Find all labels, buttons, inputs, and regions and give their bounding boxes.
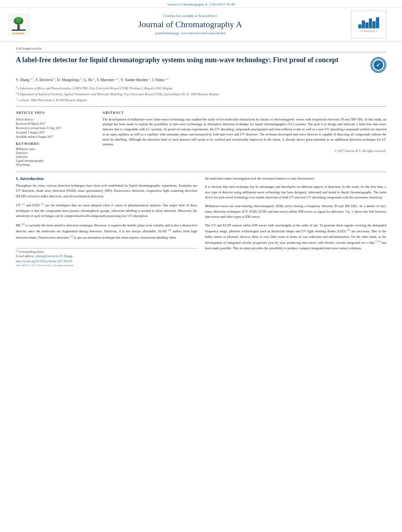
journal-title: Journal of Chromatography A: [30, 19, 351, 30]
sciencedirect-line: Contents lists available at ScienceDirec…: [30, 14, 351, 18]
article-title: A label-free detector for liquid chromat…: [16, 56, 370, 65]
svg-text:ELSEVIER: ELSEVIER: [13, 32, 24, 35]
available-date: Available online 8 August 2017: [16, 135, 95, 139]
body-left-col: 1. Introduction Throughout the years, va…: [16, 176, 197, 268]
keywords: Keywords: Millimeter-wave Detection Labe…: [16, 142, 95, 167]
article-info-col: ARTICLE INFO Article history: Received 2…: [16, 111, 95, 167]
article-type: Full length article: [16, 46, 386, 52]
body-right-p2: It is obvious that each technique has it…: [205, 184, 386, 200]
keyword-4: Liquid chromatography: [16, 159, 95, 163]
page-wrapper: Journal of Chromatography A, 1516 (2017)…: [0, 0, 402, 532]
crossmark-icon: ✓: [370, 57, 386, 73]
footnote-email: E-mail address: yzhang@etrovub.be (Y. Zh…: [16, 254, 197, 258]
keyword-2: Detection: [16, 151, 95, 155]
journal-homepage: journal homepage: www.elsevier.com/locat…: [30, 31, 351, 35]
body-content: 1. Introduction Throughout the years, va…: [16, 172, 386, 268]
abstract-title: ABSTRACT: [102, 111, 386, 115]
journal-thumbnail: Chromatography A: [351, 11, 386, 38]
affiliation-a: a a Laboratory of Micro- and Photoelectr…: [16, 85, 386, 91]
body-p1: Throughout the years, various detection …: [16, 183, 197, 199]
authors-text: Y. Zhang a,*, S. Declerck b, D. Mangelin…: [16, 78, 169, 82]
sciencedirect-link[interactable]: ScienceDirect: [198, 14, 217, 18]
body-p2: UV [1] and DAD [2] are the techniques th…: [16, 202, 197, 219]
main-content: Full length article A label-free detecto…: [0, 42, 402, 272]
header-area: ELSEVIER Contents lists available at Sci…: [0, 7, 402, 42]
section1-title: 1. Introduction: [16, 176, 197, 181]
journal-url[interactable]: www.elsevier.com/locate/chroma: [181, 31, 225, 35]
thumbnail-caption: Chromatography A: [359, 30, 378, 32]
keyword-3: Label-free: [16, 155, 95, 159]
abstract-text: The development of millimeter-wave (mm-w…: [102, 117, 386, 147]
abstract-col: ABSTRACT The development of millimeter-w…: [102, 111, 386, 167]
history-title: Article history:: [16, 118, 95, 121]
email-name: (Y. Zhang).: [60, 254, 73, 258]
keyword-1: Millimeter-wave: [16, 147, 95, 151]
received-date: Received 29 March 2017: [16, 122, 95, 126]
bar-chart-icon: [358, 17, 379, 28]
copyright: © 2017 Elsevier B.V. All rights reserved…: [102, 149, 386, 153]
received-revised-date: Received in revised form 31 July 2017: [16, 126, 95, 130]
header-center: Contents lists available at ScienceDirec…: [30, 14, 351, 35]
article-title-area: A label-free detector for liquid chromat…: [16, 56, 386, 73]
svg-text:✓: ✓: [376, 62, 381, 68]
body-right-p4: The UV and ELSD sensors utilise EM waves…: [205, 223, 386, 251]
article-history: Article history: Received 29 March 2017 …: [16, 118, 95, 139]
footnote-area: * Corresponding author. E-mail address: …: [16, 248, 197, 267]
authors: Y. Zhang a,*, S. Declerck b, D. Mangelin…: [16, 77, 386, 83]
doi-link[interactable]: http://dx.doi.org/10.1016/j.chroma.2017.…: [16, 260, 197, 263]
body-right-p1: the molecules under investigation lack t…: [205, 176, 386, 182]
keywords-list: Millimeter-wave Detection Label-free Liq…: [16, 147, 95, 167]
journal-citation: Journal of Chromatography A, 1516 (2017)…: [167, 2, 234, 6]
svg-point-3: [15, 17, 22, 22]
article-info-abstract: ARTICLE INFO Article history: Received 2…: [16, 106, 386, 167]
svg-rect-4: [12, 30, 26, 31]
affiliation-c: c c m2wave, Witte Patersstraat 4, B-1040…: [16, 97, 386, 102]
affiliations: a a Laboratory of Micro- and Photoelectr…: [16, 85, 386, 102]
fig1-ref: Fig. 1: [346, 209, 354, 213]
body-right-p3: Millimeter-waves are non-ionizing electr…: [205, 204, 386, 220]
journal-top-bar: Journal of Chromatography A, 1516 (2017)…: [0, 0, 402, 7]
accepted-date: Accepted 5 August 2017: [16, 131, 95, 134]
elsevier-logo-area: ELSEVIER: [8, 14, 30, 35]
email-link[interactable]: yzhang@etrovub.be: [35, 254, 59, 258]
keywords-title: Keywords:: [16, 142, 95, 146]
body-right-col: the molecules under investigation lack t…: [205, 176, 386, 268]
issn: 0021-9673/© 2017 Elsevier B.V. All right…: [16, 264, 197, 267]
keyword-5: 3D printing: [16, 163, 95, 167]
elsevier-tree-icon: ELSEVIER: [8, 14, 30, 35]
article-info-title: ARTICLE INFO: [16, 111, 95, 115]
affiliation-b: b b Department of Analytical Chemistry, …: [16, 91, 386, 96]
footnote-corresponding: * Corresponding author.: [16, 250, 197, 254]
body-p3: MS [3] is currently the most sensitive d…: [16, 222, 197, 240]
svg-rect-2: [17, 25, 20, 30]
